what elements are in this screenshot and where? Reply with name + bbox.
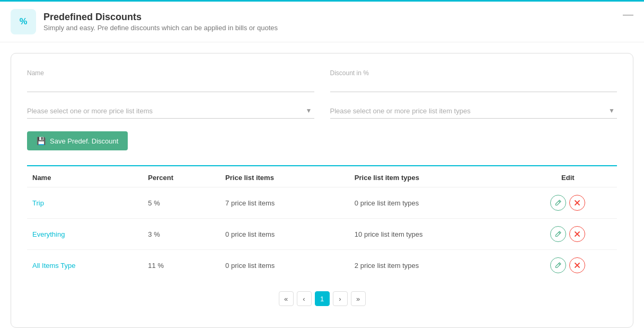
row-3-actions — [519, 250, 617, 281]
discount-group: Discount in % — [330, 69, 617, 92]
row-1-action-btns — [524, 195, 612, 211]
svg-text:%: % — [20, 16, 28, 26]
page-title: Predefined Discounts — [43, 12, 278, 23]
dropdown-row: Please select one or more price list ite… — [27, 103, 617, 119]
row-2-name-link[interactable]: Everything — [32, 230, 65, 238]
row-2-name: Everything — [27, 219, 143, 250]
row-1-actions — [519, 187, 617, 219]
price-item-types-group: Please select one or more price list ite… — [330, 103, 617, 119]
app-container: % Predefined Discounts Simply and easy. … — [0, 0, 644, 332]
main-card: Name Discount in % Please select one or … — [11, 53, 633, 328]
table-body: Trip 5 % 7 price list items 0 price list… — [27, 187, 617, 281]
pagination: « ‹ 1 › » — [27, 291, 617, 311]
col-price-list-items: Price list items — [220, 166, 349, 187]
col-price-list-item-types: Price list item types — [349, 166, 519, 187]
row-3-name-link[interactable]: All Items Type — [32, 262, 75, 270]
pagination-first[interactable]: « — [279, 291, 294, 306]
row-2-edit-button[interactable] — [550, 226, 566, 242]
pagination-current[interactable]: 1 — [315, 291, 330, 306]
row-1-price-list-item-types: 0 price list item types — [349, 187, 519, 219]
col-edit: Edit — [519, 166, 617, 187]
minimize-button[interactable]: — — [623, 9, 633, 20]
row-2-actions — [519, 219, 617, 250]
table-header-row: Name Percent Price list items Price list… — [27, 166, 617, 187]
name-label: Name — [27, 69, 314, 77]
row-3-price-list-items: 0 price list items — [220, 250, 349, 281]
price-item-types-select[interactable]: Please select one or more price list ite… — [330, 103, 617, 119]
row-2-action-btns — [524, 226, 612, 242]
row-3-action-btns — [524, 257, 612, 273]
table-header: Name Percent Price list items Price list… — [27, 166, 617, 187]
row-1-name-link[interactable]: Trip — [32, 199, 44, 207]
table-row: Trip 5 % 7 price list items 0 price list… — [27, 187, 617, 219]
row-2-delete-button[interactable] — [569, 226, 585, 242]
save-icon: 💾 — [37, 137, 46, 145]
name-group: Name — [27, 69, 314, 92]
pagination-prev[interactable]: ‹ — [297, 291, 312, 306]
name-input[interactable] — [27, 79, 314, 92]
app-icon: % — [11, 9, 36, 34]
row-3-price-list-item-types: 2 price list item types — [349, 250, 519, 281]
save-button[interactable]: 💾 Save Predef. Discount — [27, 131, 128, 150]
pagination-next[interactable]: › — [333, 291, 348, 306]
col-name: Name — [27, 166, 143, 187]
discount-input[interactable] — [330, 79, 617, 92]
form-row-1: Name Discount in % — [27, 69, 617, 92]
col-percent: Percent — [143, 166, 220, 187]
pagination-last[interactable]: » — [351, 291, 366, 306]
row-1-edit-button[interactable] — [550, 195, 566, 211]
price-items-select[interactable]: Please select one or more price list ite… — [27, 103, 314, 119]
page-subtitle: Simply and easy. Pre define discounts wh… — [43, 24, 278, 32]
row-3-name: All Items Type — [27, 250, 143, 281]
table-row: Everything 3 % 0 price list items 10 pri… — [27, 219, 617, 250]
row-2-price-list-items: 0 price list items — [220, 219, 349, 250]
row-3-percent: 11 % — [143, 250, 220, 281]
header-text: Predefined Discounts Simply and easy. Pr… — [43, 12, 278, 32]
price-items-group: Please select one or more price list ite… — [27, 103, 314, 119]
row-2-price-list-item-types: 10 price list item types — [349, 219, 519, 250]
table-row: All Items Type 11 % 0 price list items 2… — [27, 250, 617, 281]
header: % Predefined Discounts Simply and easy. … — [0, 2, 644, 42]
row-3-edit-button[interactable] — [550, 257, 566, 273]
row-2-percent: 3 % — [143, 219, 220, 250]
row-1-percent: 5 % — [143, 187, 220, 219]
discounts-table: Name Percent Price list items Price list… — [27, 166, 617, 281]
main-content: Name Discount in % Please select one or … — [0, 42, 644, 332]
row-1-delete-button[interactable] — [569, 195, 585, 211]
save-button-label: Save Predef. Discount — [50, 137, 118, 145]
discount-label: Discount in % — [330, 69, 617, 77]
row-1-name: Trip — [27, 187, 143, 219]
row-3-delete-button[interactable] — [569, 257, 585, 273]
row-1-price-list-items: 7 price list items — [220, 187, 349, 219]
